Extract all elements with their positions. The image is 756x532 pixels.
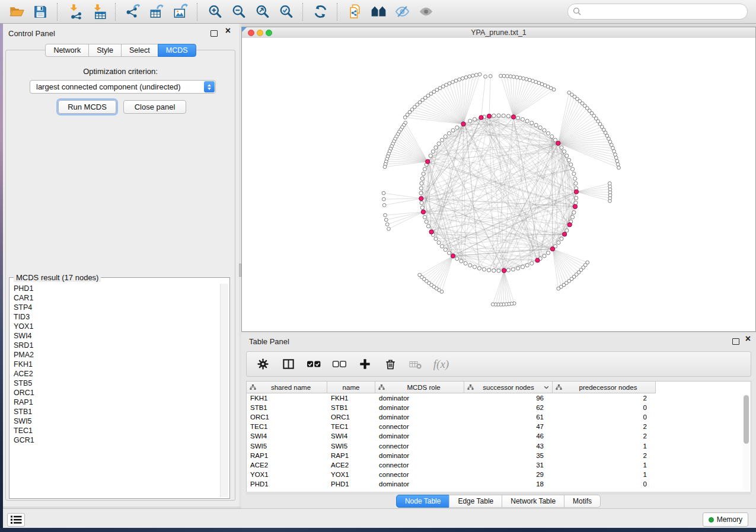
mcds-node[interactable]: SWI4 <box>9 331 220 341</box>
table-row[interactable]: STB1STB1dominator620 <box>247 403 741 412</box>
mcds-node[interactable]: RAP1 <box>9 398 220 407</box>
table-cell: 0 <box>553 480 656 488</box>
network-graph[interactable] <box>242 38 755 331</box>
optimization-criterion-select[interactable]: largest connected component (undirected) <box>30 80 216 94</box>
table-row[interactable]: ACE2ACE2connector311 <box>247 460 741 470</box>
close-table-panel-icon[interactable]: × <box>745 334 751 344</box>
tab-mcds[interactable]: MCDS <box>158 44 196 57</box>
select-stepper-icon <box>204 81 215 92</box>
table-row[interactable]: FKH1FKH1dominator962 <box>247 393 741 403</box>
table-cell: ORC1 <box>247 414 327 421</box>
table-cell: 31 <box>464 462 553 469</box>
table-cell: dominator <box>375 414 464 421</box>
refresh-layout-icon[interactable] <box>308 2 332 22</box>
mcds-node[interactable]: TEC1 <box>9 426 220 435</box>
run-mcds-button[interactable]: Run MCDS <box>58 100 116 114</box>
mcds-node[interactable]: SWI5 <box>9 416 220 426</box>
table-scrollbar[interactable] <box>743 395 749 490</box>
import-network-icon[interactable] <box>63 2 87 22</box>
mcds-result-list[interactable]: PHD1CAR1STP4TID3YOX1SWI4SRD1PMA2FKH1ACE2… <box>9 284 220 497</box>
mcds-node[interactable]: SRD1 <box>9 341 220 350</box>
table-cell: 2 <box>553 432 656 440</box>
toolbar-separator <box>197 3 198 21</box>
table-row[interactable]: SWI5SWI5connector431 <box>247 441 741 450</box>
deselect-all-icon[interactable] <box>331 357 347 372</box>
zoom-selected-icon[interactable] <box>274 2 298 22</box>
network-canvas[interactable] <box>242 38 755 331</box>
mcds-node[interactable]: STB5 <box>9 379 220 388</box>
export-image-icon[interactable] <box>168 2 192 22</box>
tab-network[interactable]: Network <box>45 44 89 57</box>
task-history-button[interactable] <box>7 513 25 527</box>
select-all-icon[interactable] <box>306 357 321 372</box>
table-row[interactable]: SWI4SWI4dominator462 <box>247 431 741 441</box>
table-row[interactable]: ORC1ORC1dominator610 <box>247 412 741 422</box>
save-session-icon[interactable] <box>28 2 52 22</box>
column-header-shared-name[interactable]: shared name <box>247 382 327 393</box>
mcds-node[interactable]: CAR1 <box>9 293 220 303</box>
mcds-node[interactable]: PMA2 <box>9 350 220 360</box>
zoom-fit-icon[interactable] <box>250 2 274 22</box>
network-window-titlebar[interactable]: YPA_prune.txt_1 <box>242 27 755 39</box>
mcds-node[interactable]: STP4 <box>9 303 220 312</box>
zoom-in-icon[interactable] <box>203 2 227 22</box>
add-column-icon[interactable] <box>357 357 372 372</box>
mcds-node[interactable]: ORC1 <box>9 388 220 398</box>
new-network-from-selection-icon[interactable] <box>343 2 366 22</box>
export-table-icon[interactable] <box>145 2 168 22</box>
tab-select[interactable]: Select <box>121 44 158 57</box>
mcds-node[interactable]: PHD1 <box>9 284 220 293</box>
mcds-node[interactable]: GCR1 <box>9 435 220 445</box>
binoculars-icon[interactable] <box>366 2 390 22</box>
table-cell: 2 <box>553 395 656 402</box>
settings-gear-icon[interactable] <box>255 357 270 372</box>
split-table-icon[interactable] <box>280 357 296 372</box>
close-panel-icon[interactable]: × <box>225 25 231 36</box>
column-header-predecessor-nodes[interactable]: predecessor nodes <box>553 382 656 393</box>
table-row[interactable]: TEC1TEC1connector472 <box>247 422 741 431</box>
table-cell: connector <box>375 423 464 430</box>
table-cell: 1 <box>553 471 656 478</box>
table-panel-title: Table Panel <box>249 337 289 346</box>
mcds-node[interactable]: YOX1 <box>9 322 220 331</box>
table-scrollbar-thumb[interactable] <box>744 395 749 444</box>
mcds-node[interactable]: TID3 <box>9 312 220 322</box>
search-input[interactable] <box>582 7 742 17</box>
table-cell: STB1 <box>327 404 375 411</box>
float-panel-icon[interactable] <box>210 30 218 37</box>
hide-selected-eye-icon[interactable] <box>390 2 414 22</box>
chevron-down-icon[interactable] <box>544 386 549 389</box>
tab-style[interactable]: Style <box>88 44 122 57</box>
mcds-node[interactable]: STB1 <box>9 407 220 416</box>
result-scrollbar[interactable] <box>220 284 228 497</box>
table-row[interactable]: YOX1YOX1connector291 <box>247 470 741 479</box>
zoom-out-icon[interactable] <box>227 2 250 22</box>
mcds-result-title: MCDS result (17 nodes) <box>14 273 101 282</box>
tab-node-table[interactable]: Node Table <box>396 495 450 508</box>
open-folder-icon[interactable] <box>5 2 28 22</box>
import-table-icon[interactable] <box>87 2 110 22</box>
column-header-name[interactable]: name <box>327 382 375 393</box>
table-row[interactable]: PHD1PHD1dominator180 <box>247 479 741 489</box>
column-header-successor-nodes[interactable]: successor nodes <box>464 382 553 393</box>
table-cell: 1 <box>553 443 656 450</box>
table-cell: STB1 <box>247 404 327 411</box>
table-cell: dominator <box>375 404 464 411</box>
table-cell: ACE2 <box>247 462 327 469</box>
delete-selected-icon[interactable] <box>382 357 398 372</box>
column-header-MCDS-role[interactable]: MCDS role <box>375 382 464 393</box>
shared-column-icon <box>467 384 474 390</box>
table-cell: PHD1 <box>327 480 375 488</box>
tab-network-table[interactable]: Network Table <box>502 495 564 508</box>
export-network-icon[interactable] <box>121 2 145 22</box>
mcds-node[interactable]: ACE2 <box>9 369 220 379</box>
control-panel: Control Panel × Optimization criterion: … <box>3 24 239 507</box>
table-row[interactable]: RAP1RAP1dominator352 <box>247 451 741 460</box>
table-cell: 18 <box>464 480 553 488</box>
close-panel-button[interactable]: Close panel <box>123 100 186 114</box>
mcds-node[interactable]: FKH1 <box>9 360 220 369</box>
float-table-panel-icon[interactable] <box>732 338 739 345</box>
tab-motifs[interactable]: Motifs <box>564 495 601 508</box>
memory-button[interactable]: Memory <box>703 512 748 527</box>
tab-edge-table[interactable]: Edge Table <box>449 495 502 508</box>
